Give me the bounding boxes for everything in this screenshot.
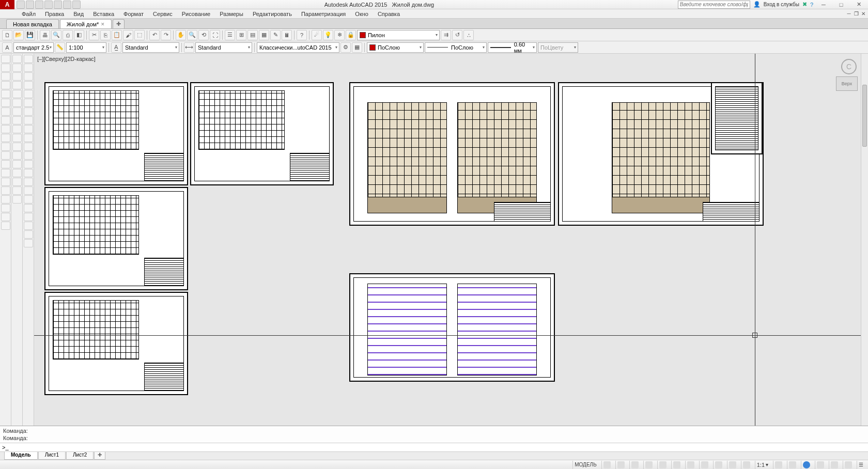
doctab-current[interactable]: Жилой дом*✕ bbox=[60, 19, 112, 28]
explode-icon[interactable] bbox=[12, 195, 22, 204]
menu-tools[interactable]: Сервис bbox=[149, 10, 177, 18]
table-icon[interactable] bbox=[1, 204, 10, 212]
editspl-icon[interactable] bbox=[24, 81, 33, 89]
revcloud-icon[interactable] bbox=[1, 116, 10, 124]
menu-parametric[interactable]: Параметризация bbox=[297, 10, 350, 18]
zoom-ext-icon[interactable]: ⛶ bbox=[210, 30, 220, 40]
rotate-icon[interactable] bbox=[12, 107, 22, 116]
status-ws-icon[interactable] bbox=[787, 461, 798, 469]
status-hw-icon[interactable] bbox=[829, 461, 840, 469]
qat-new-icon[interactable] bbox=[17, 1, 25, 9]
dimstyle-combo[interactable]: Standard bbox=[195, 42, 252, 53]
viewport-label[interactable]: [–][Сверху][2D-каркас] bbox=[37, 56, 96, 62]
copy2-icon[interactable] bbox=[12, 64, 22, 72]
toolpalettes-icon[interactable]: ▤ bbox=[247, 30, 258, 40]
mlinestyle-icon[interactable] bbox=[24, 195, 33, 204]
polygon-icon[interactable] bbox=[1, 81, 10, 89]
trim-icon[interactable] bbox=[12, 134, 22, 142]
layer-prev-icon[interactable]: ↺ bbox=[452, 30, 462, 40]
preview-icon[interactable]: 🔍 bbox=[51, 30, 61, 40]
mtext-icon[interactable] bbox=[1, 213, 10, 221]
block-icon[interactable]: ⬚ bbox=[134, 30, 145, 40]
layer-state-icon[interactable]: ⛬ bbox=[463, 30, 474, 40]
command-input[interactable] bbox=[11, 444, 866, 450]
extend-icon[interactable] bbox=[12, 143, 22, 151]
erase-icon[interactable] bbox=[12, 55, 22, 63]
maximize-button[interactable]: □ bbox=[834, 1, 848, 9]
menu-edit[interactable]: Правка bbox=[41, 10, 68, 18]
close-button[interactable]: ✕ bbox=[851, 1, 866, 9]
line-icon[interactable] bbox=[1, 55, 10, 63]
menu-window[interactable]: Окно bbox=[351, 10, 373, 18]
ellipse-icon[interactable] bbox=[1, 134, 10, 142]
qat-print-icon[interactable] bbox=[54, 1, 62, 9]
breakat-icon[interactable] bbox=[24, 186, 33, 195]
exchange-icon[interactable]: ✖ bbox=[802, 1, 807, 8]
addselected-icon[interactable] bbox=[1, 222, 10, 230]
help-icon[interactable]: ? bbox=[810, 2, 813, 8]
break-icon[interactable] bbox=[12, 151, 22, 160]
save-icon[interactable]: 💾 bbox=[25, 30, 35, 40]
copy-icon[interactable]: ⎘ bbox=[100, 30, 111, 40]
layer-props-icon[interactable]: ☄ bbox=[312, 30, 322, 40]
mdi-minimize[interactable]: ─ bbox=[845, 10, 853, 18]
offset-icon[interactable] bbox=[12, 81, 22, 89]
mdi-close[interactable]: ✕ bbox=[860, 10, 867, 18]
sheetset-icon[interactable]: ▦ bbox=[259, 30, 269, 40]
editattr-icon[interactable] bbox=[24, 90, 33, 98]
app-logo[interactable]: A bbox=[0, 0, 14, 9]
closeref-icon[interactable] bbox=[24, 143, 33, 151]
layout-model[interactable]: Модель bbox=[4, 452, 38, 460]
scroll-thumb[interactable] bbox=[862, 85, 867, 147]
infocenter-search[interactable] bbox=[678, 1, 750, 9]
compass-icon[interactable]: С bbox=[841, 59, 857, 74]
qat-undo-icon[interactable] bbox=[63, 1, 71, 9]
rectangle-icon[interactable] bbox=[1, 90, 10, 98]
gear-icon[interactable]: ⚙ bbox=[340, 42, 351, 53]
editpline-icon[interactable] bbox=[24, 72, 33, 81]
3ddwf-icon[interactable]: ◧ bbox=[74, 30, 84, 40]
qat-save-icon[interactable] bbox=[35, 1, 43, 9]
viewcube[interactable]: С Верх bbox=[831, 59, 862, 95]
makeblock-icon[interactable] bbox=[1, 160, 10, 168]
region-icon[interactable] bbox=[1, 195, 10, 204]
layout-add[interactable]: ✚ bbox=[94, 452, 105, 460]
plotstyle-combo[interactable]: ПоЦвету bbox=[538, 42, 578, 53]
menu-help[interactable]: Справка bbox=[374, 10, 404, 18]
status-annovis-icon[interactable] bbox=[773, 461, 784, 469]
layer-combo[interactable]: Пилон bbox=[357, 30, 440, 40]
tablestyle-icon[interactable]: ▦ bbox=[352, 42, 362, 53]
editblk-icon[interactable] bbox=[24, 213, 33, 221]
hatch-icon[interactable] bbox=[1, 178, 10, 186]
scrollbar-vertical[interactable] bbox=[861, 54, 868, 426]
ellipsearc-icon[interactable] bbox=[1, 143, 10, 151]
doctab-close-icon[interactable]: ✕ bbox=[101, 22, 105, 27]
new-icon[interactable]: 🗋 bbox=[2, 30, 12, 40]
status-dyn-icon[interactable] bbox=[713, 461, 724, 469]
circle-icon[interactable] bbox=[1, 107, 10, 116]
textstyle-combo[interactable]: Standard bbox=[122, 42, 179, 53]
menu-modify[interactable]: Редактировать bbox=[249, 10, 296, 18]
join-icon[interactable] bbox=[12, 160, 22, 168]
dimstyle-icon[interactable]: ⟷ bbox=[184, 42, 194, 53]
tablestyle-combo[interactable]: Классически...utoCAD 2015 bbox=[257, 42, 339, 53]
annot-style-combo[interactable]: стандарт 2.5 bbox=[13, 42, 54, 53]
imgmgr-icon[interactable] bbox=[24, 239, 33, 247]
xline-icon[interactable] bbox=[1, 64, 10, 72]
array-icon[interactable] bbox=[12, 90, 22, 98]
menu-draw[interactable]: Рисование bbox=[178, 10, 214, 18]
lineweight-combo[interactable]: 0.60 мм bbox=[488, 42, 537, 53]
doctab-new[interactable]: Новая вкладка bbox=[6, 19, 59, 28]
status-custom-icon[interactable]: ☰ bbox=[857, 461, 865, 469]
match-icon[interactable]: 🖌 bbox=[123, 30, 133, 40]
quickcalc-icon[interactable]: 🖩 bbox=[282, 30, 292, 40]
editarray-icon[interactable] bbox=[24, 204, 33, 212]
xrefmgr-icon[interactable] bbox=[24, 230, 33, 239]
mirror-icon[interactable] bbox=[12, 72, 22, 81]
status-cycle-icon[interactable] bbox=[741, 461, 752, 469]
editref-icon[interactable] bbox=[24, 134, 33, 142]
insert-icon[interactable] bbox=[1, 151, 10, 160]
color-combo[interactable]: ПоСлою bbox=[367, 42, 424, 53]
status-annoscale[interactable]: 1:1▾ bbox=[755, 461, 770, 469]
qat-saveas-icon[interactable] bbox=[44, 1, 53, 9]
